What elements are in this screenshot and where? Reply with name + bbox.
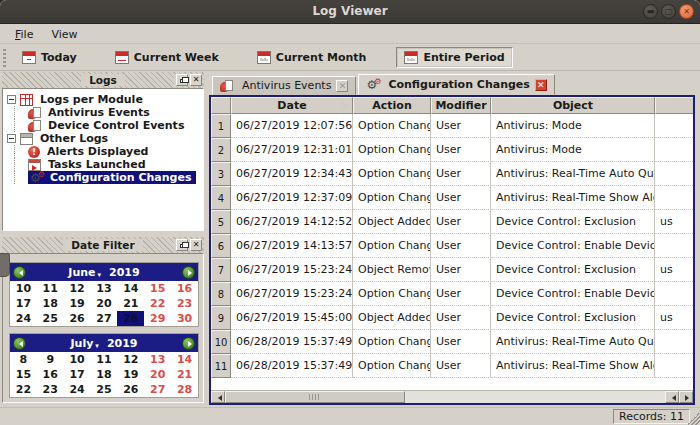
calendar-day-july-17[interactable]: 17 bbox=[64, 367, 91, 382]
tab-close-icon[interactable]: ✕ bbox=[336, 80, 348, 92]
tree-item-tasks-launched[interactable]: Tasks Launched bbox=[3, 158, 203, 171]
minimize-icon[interactable]: ▬ bbox=[643, 4, 658, 19]
prev-month-icon[interactable] bbox=[13, 266, 26, 279]
toolbar-button-current-week[interactable]: Current Week bbox=[107, 47, 227, 68]
tab-antivirus-events[interactable]: Antivirus Events ✕ bbox=[212, 76, 356, 95]
calendar-day-june-18[interactable]: 18 bbox=[37, 296, 64, 311]
collapse-expander-icon[interactable] bbox=[7, 134, 16, 143]
tree-item-other-logs[interactable]: Other Logs bbox=[3, 132, 203, 145]
calendar-day-july-24[interactable]: 24 bbox=[64, 382, 91, 397]
table-row[interactable]: 1006/28/2019 15:37:49Option ChangedUserA… bbox=[211, 330, 693, 354]
calendar-day-june-13[interactable]: 13 bbox=[91, 281, 118, 296]
calendar-day-july-25[interactable]: 25 bbox=[91, 382, 118, 397]
calendar-day-july-23[interactable]: 23 bbox=[37, 382, 64, 397]
calendar-day-june-24[interactable]: 24 bbox=[10, 311, 37, 326]
calendar-day-june-29[interactable]: 29 bbox=[144, 311, 171, 326]
tree-item-configuration-changes[interactable]: Configuration Changes bbox=[3, 171, 203, 184]
scroll-left-icon[interactable] bbox=[665, 391, 679, 403]
calendar-day-july-10[interactable]: 10 bbox=[64, 352, 91, 367]
calendar-day-july-20[interactable]: 20 bbox=[144, 367, 171, 382]
calendar-day-june-16[interactable]: 16 bbox=[171, 281, 198, 296]
calendar-day-july-19[interactable]: 19 bbox=[117, 367, 144, 382]
calendar-day-june-26[interactable]: 26 bbox=[64, 311, 91, 326]
calendar-day-july-16[interactable]: 16 bbox=[37, 367, 64, 382]
calendar-day-june-22[interactable]: 22 bbox=[144, 296, 171, 311]
scrollbar-thumb[interactable] bbox=[225, 391, 405, 403]
tree-item-logs-per-module[interactable]: Logs per Module bbox=[3, 93, 203, 106]
calendar-day-june-19[interactable]: 19 bbox=[64, 296, 91, 311]
table-row[interactable]: 206/27/2019 12:31:01Option ChangedUserAn… bbox=[211, 138, 693, 162]
toolbar-button-entire-period[interactable]: Entire Period bbox=[396, 47, 512, 68]
titlebar[interactable]: Log Viewer ▬ ▢ ✕ bbox=[0, 0, 700, 24]
calendar-day-june-28[interactable]: 28 bbox=[117, 311, 144, 326]
tab-configuration-changes[interactable]: Configuration Changes ✕ bbox=[358, 74, 554, 95]
table-row[interactable]: 1106/28/2019 15:37:49Option ChangedUserA… bbox=[211, 354, 693, 378]
toolbar-button-current-month[interactable]: Current Month bbox=[249, 47, 375, 68]
collapsed-dock-tab[interactable] bbox=[0, 253, 10, 277]
column-header-date[interactable]: Date△ bbox=[231, 97, 353, 114]
tree-item-antivirus-events[interactable]: Antivirus Events bbox=[3, 106, 203, 119]
calendar-day-july-13[interactable]: 13 bbox=[144, 352, 171, 367]
calendar-day-july-15[interactable]: 15 bbox=[10, 367, 37, 382]
float-panel-icon[interactable] bbox=[176, 239, 188, 251]
toolbar-button-today[interactable]: Today bbox=[14, 47, 85, 68]
tab-close-icon[interactable]: ✕ bbox=[535, 79, 547, 91]
calendar-day-june-30[interactable]: 30 bbox=[171, 311, 198, 326]
calendar-day-july-8[interactable]: 8 bbox=[10, 352, 37, 367]
column-header-action[interactable]: Action bbox=[353, 97, 431, 114]
calendar-day-june-17[interactable]: 17 bbox=[10, 296, 37, 311]
calendar-day-july-26[interactable]: 26 bbox=[117, 382, 144, 397]
calendar-day-july-18[interactable]: 18 bbox=[91, 367, 118, 382]
prev-month-icon[interactable] bbox=[13, 337, 26, 350]
calendar-day-june-10[interactable]: 10 bbox=[10, 281, 37, 296]
toolbar-drag-handle[interactable] bbox=[3, 47, 6, 67]
collapse-expander-icon[interactable] bbox=[7, 95, 16, 104]
table-row[interactable]: 506/27/2019 14:12:52Object AddedUserDevi… bbox=[211, 210, 693, 234]
calendar-day-june-23[interactable]: 23 bbox=[171, 296, 198, 311]
calendar-day-june-14[interactable]: 14 bbox=[117, 281, 144, 296]
calendar-day-june-15[interactable]: 15 bbox=[144, 281, 171, 296]
close-panel-icon[interactable]: ✕ bbox=[190, 74, 202, 86]
calendar-day-june-27[interactable]: 27 bbox=[91, 311, 118, 326]
close-panel-icon[interactable]: ✕ bbox=[190, 239, 202, 251]
table-row[interactable]: 906/27/2019 15:45:00Object AddedUserDevi… bbox=[211, 306, 693, 330]
column-header-object[interactable]: Object bbox=[491, 97, 655, 114]
calendar-day-july-27[interactable]: 27 bbox=[144, 382, 171, 397]
calendar-day-june-25[interactable]: 25 bbox=[37, 311, 64, 326]
calendar-day-july-9[interactable]: 9 bbox=[37, 352, 64, 367]
table-row[interactable]: 406/27/2019 12:37:09Option ChangedUserAn… bbox=[211, 186, 693, 210]
calendar-day-july-21[interactable]: 21 bbox=[171, 367, 198, 382]
calendar-title[interactable]: July▾2019 bbox=[70, 337, 137, 350]
float-panel-icon[interactable] bbox=[176, 74, 188, 86]
table-row[interactable]: 106/27/2019 12:07:56Option ChangedUserAn… bbox=[211, 114, 693, 138]
resize-grip-icon[interactable] bbox=[687, 412, 700, 425]
calendar-day-june-12[interactable]: 12 bbox=[64, 281, 91, 296]
calendar-day-july-28[interactable]: 28 bbox=[171, 382, 198, 397]
calendar-day-june-21[interactable]: 21 bbox=[117, 296, 144, 311]
column-header-modifier[interactable]: Modifier bbox=[431, 97, 491, 114]
column-header-blank[interactable] bbox=[211, 97, 231, 114]
tree-item-device-control-events[interactable]: Device Control Events bbox=[3, 119, 203, 132]
calendar-day-july-12[interactable]: 12 bbox=[117, 352, 144, 367]
menu-item-view[interactable]: View bbox=[44, 26, 84, 43]
close-icon[interactable]: ✕ bbox=[679, 4, 694, 19]
table-row[interactable]: 306/27/2019 12:34:43Option ChangedUserAn… bbox=[211, 162, 693, 186]
scroll-left-icon[interactable] bbox=[211, 391, 225, 403]
calendar-day-july-14[interactable]: 14 bbox=[171, 352, 198, 367]
logs-panel-titlebar[interactable]: Logs ✕ bbox=[2, 72, 204, 88]
column-header-blank[interactable] bbox=[655, 97, 693, 114]
maximize-icon[interactable]: ▢ bbox=[661, 4, 676, 19]
calendar-title[interactable]: June▾2019 bbox=[68, 266, 139, 279]
calendar-day-june-11[interactable]: 11 bbox=[37, 281, 64, 296]
horizontal-scrollbar[interactable] bbox=[211, 390, 693, 403]
calendar-day-june-20[interactable]: 20 bbox=[91, 296, 118, 311]
scroll-right-icon[interactable] bbox=[679, 391, 693, 403]
table-row[interactable]: 806/27/2019 15:23:24Option ChangedUserDe… bbox=[211, 282, 693, 306]
next-month-icon[interactable] bbox=[182, 266, 195, 279]
tree-item-alerts-displayed[interactable]: Alerts Displayed bbox=[3, 145, 203, 158]
table-row[interactable]: 606/27/2019 14:13:57Option ChangedUserDe… bbox=[211, 234, 693, 258]
calendar-day-july-11[interactable]: 11 bbox=[91, 352, 118, 367]
date-filter-titlebar[interactable]: Date Filter ✕ bbox=[2, 237, 204, 253]
calendar-day-july-22[interactable]: 22 bbox=[10, 382, 37, 397]
next-month-icon[interactable] bbox=[182, 337, 195, 350]
